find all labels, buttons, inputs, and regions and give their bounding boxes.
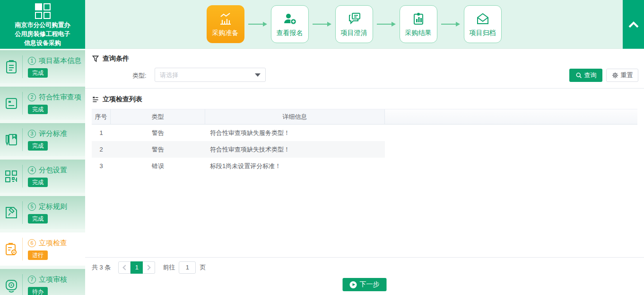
sidebar-item-label: 评分标准 <box>39 129 67 138</box>
caret-down-icon <box>255 73 261 77</box>
sidebar-item-scoring-standard[interactable]: 3 评分标准 完成 <box>0 123 85 156</box>
sidebar: 南京市分公司购置办 公用房装修工程电子 信息设备采购 1 项目基本信息 完成 <box>0 0 85 295</box>
cell-no: 3 <box>92 162 111 170</box>
grid-logo-icon <box>35 3 51 19</box>
audit-camera-icon <box>0 278 22 293</box>
add-user-icon <box>282 11 297 27</box>
status-badge: 进行 <box>28 250 48 260</box>
cell-detail: 符合性审查项缺失服务类型！ <box>205 129 385 137</box>
sidebar-item-label: 定标规则 <box>39 202 67 211</box>
sidebar-item-award-rules[interactable]: 5 定标规则 完成 <box>0 196 85 229</box>
status-badge: 待办 <box>28 287 48 295</box>
sidebar-item-package-settings[interactable]: 4 分包设置 完成 <box>0 160 85 193</box>
list-icon <box>92 96 99 103</box>
status-badge: 完成 <box>28 214 48 223</box>
cell-no: 2 <box>92 146 111 153</box>
sidebar-item-project-audit[interactable]: 7 立项审核 待办 <box>0 269 85 295</box>
type-select-dropdown[interactable] <box>155 68 266 82</box>
status-badge: 完成 <box>28 178 48 187</box>
cell-no: 1 <box>92 129 111 136</box>
check-list-table: 序号 类型 详细信息 1 警告 符合性审查项缺失服务类型！ 2 警告 符合性审查… <box>92 109 637 174</box>
list-section-title: 立项检查列表 <box>92 95 142 104</box>
cell-detail: 标段1尚未设置评分标准！ <box>205 162 385 170</box>
workflow-step-project-clarify[interactable]: 项目澄清 <box>335 5 373 43</box>
filter-section-title: 查询条件 <box>92 54 129 63</box>
current-page-button[interactable]: 1 <box>131 261 143 274</box>
clipboard-icon <box>0 59 22 74</box>
workflow-step-procure-result[interactable]: 采购结果 <box>400 5 437 43</box>
step-number: 2 <box>28 93 36 101</box>
goto-page-input[interactable] <box>179 261 196 274</box>
table-row: 1 警告 符合性审查项缺失服务类型！ <box>92 125 385 141</box>
sidebar-item-label: 项目基本信息 <box>39 56 81 65</box>
table-header: 序号 类型 详细信息 <box>92 109 637 125</box>
next-step-button[interactable]: 下一步 <box>343 278 387 291</box>
step-label: 采购准备 <box>212 29 239 37</box>
pagination-bar: 共 3 条 1 前往 页 <box>85 257 644 277</box>
search-icon <box>575 72 582 79</box>
arrow-right-icon <box>441 21 460 27</box>
step-label: 查看报名 <box>277 29 303 37</box>
clipboard-chart-icon <box>411 11 426 27</box>
qr-grid-icon <box>0 169 22 184</box>
status-badge: 完成 <box>28 105 48 114</box>
table-row: 2 警告 符合性审查项缺失技术类型！ <box>92 141 385 158</box>
section-divider <box>85 88 644 89</box>
gavel-document-icon <box>0 205 22 220</box>
type-label: 类型: <box>132 72 147 80</box>
step-number: 3 <box>28 130 36 138</box>
column-header-no: 序号 <box>92 109 111 124</box>
collapse-button[interactable] <box>623 0 644 49</box>
sidebar-item-label: 符合性审查项 <box>39 93 81 102</box>
total-count: 共 3 条 <box>92 263 111 272</box>
sidebar-item-label: 立项检查 <box>39 239 67 248</box>
sidebar-item-compliance-review[interactable]: 2 符合性审查项 完成 <box>0 87 85 120</box>
gear-icon <box>612 72 618 79</box>
main-content: 查询条件 类型: 查询 重置 <box>85 49 644 295</box>
cell-detail: 符合性审查项缺失技术类型！ <box>205 145 385 154</box>
step-label: 项目澄清 <box>341 29 367 37</box>
column-header-detail: 详细信息 <box>205 109 385 124</box>
pen-book-icon <box>0 132 22 147</box>
step-number: 4 <box>28 166 36 174</box>
sidebar-item-label: 分包设置 <box>39 166 67 175</box>
chat-bubbles-icon <box>347 11 362 27</box>
chevron-up-icon <box>627 20 640 29</box>
next-page-button[interactable] <box>143 261 155 274</box>
cell-type: 错误 <box>111 162 205 170</box>
reset-button[interactable]: 重置 <box>606 69 638 82</box>
step-label: 项目归档 <box>470 29 496 37</box>
sidebar-item-project-info[interactable]: 1 项目基本信息 完成 <box>0 50 85 83</box>
project-header: 南京市分公司购置办 公用房装修工程电子 信息设备采购 <box>0 0 85 49</box>
workflow-step-project-archive[interactable]: 项目归档 <box>464 5 502 43</box>
step-number: 1 <box>28 57 36 65</box>
goto-label: 前往 <box>163 263 175 272</box>
sidebar-item-project-check[interactable]: 6 立项检查 进行 <box>0 232 85 266</box>
page-unit-label: 页 <box>200 263 206 272</box>
prev-page-button[interactable] <box>118 261 131 274</box>
workflow-step-procure-prepare[interactable]: 采购准备 <box>207 5 244 43</box>
id-card-icon <box>0 96 22 111</box>
arrow-right-icon <box>248 21 267 27</box>
column-header-empty <box>385 109 637 124</box>
search-button[interactable]: 查询 <box>569 69 602 82</box>
status-badge: 完成 <box>28 141 48 151</box>
step-number: 6 <box>28 239 36 247</box>
arrow-right-icon <box>377 21 396 27</box>
status-badge: 完成 <box>28 68 48 78</box>
table-row: 3 错误 标段1尚未设置评分标准！ <box>92 158 385 174</box>
app-window: 南京市分公司购置办 公用房装修工程电子 信息设备采购 1 项目基本信息 完成 <box>0 0 644 295</box>
project-title: 南京市分公司购置办 公用房装修工程电子 信息设备采购 <box>0 20 85 47</box>
type-select-input[interactable] <box>155 72 255 79</box>
workflow-step-view-signup[interactable]: 查看报名 <box>271 5 309 43</box>
arrow-right-icon <box>313 21 331 27</box>
sidebar-steps: 1 项目基本信息 完成 2 符合性审查项 完成 <box>0 49 85 295</box>
chevron-right-icon <box>146 265 151 270</box>
clipboard-gear-icon <box>0 241 22 257</box>
step-number: 7 <box>28 276 36 284</box>
step-number: 5 <box>28 203 36 211</box>
envelope-icon <box>475 11 490 27</box>
step-label: 采购结果 <box>405 29 432 37</box>
column-header-type: 类型 <box>111 109 205 124</box>
bar-chart-icon <box>218 11 233 27</box>
